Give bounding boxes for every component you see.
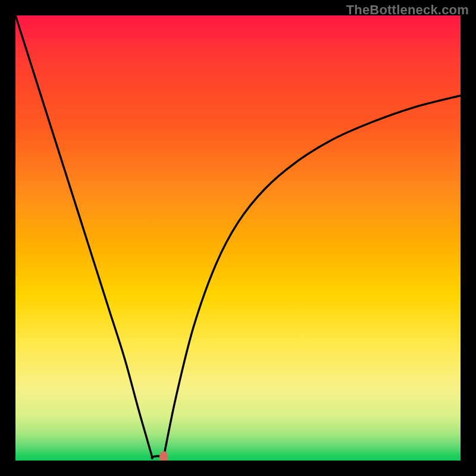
chart-frame: TheBottleneck.com [0, 0, 476, 476]
plot-area [15, 15, 461, 461]
curve-path [15, 15, 461, 461]
bottleneck-curve [15, 15, 461, 461]
trough-marker [159, 451, 168, 461]
watermark-text: TheBottleneck.com [346, 2, 469, 18]
